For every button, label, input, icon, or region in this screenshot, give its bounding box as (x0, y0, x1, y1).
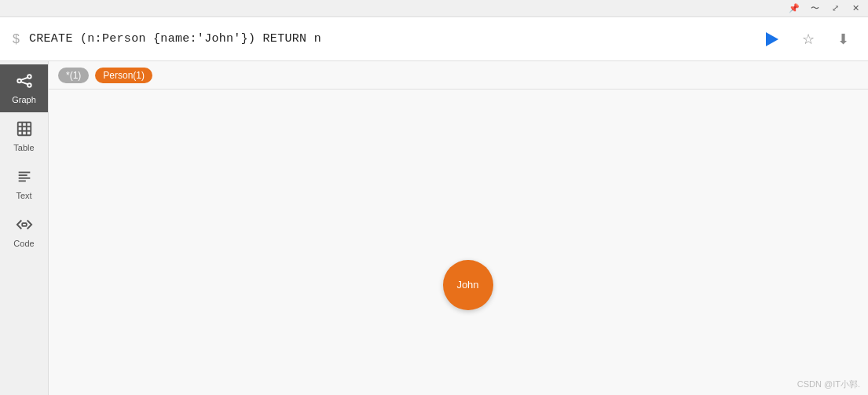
sidebar-item-text[interactable]: Text (0, 160, 48, 208)
query-bar: $ CREATE (n:Person {name:'John'}) RETURN… (0, 17, 868, 61)
collapse-button[interactable]: 〜 (808, 2, 821, 15)
node-john[interactable]: John (443, 260, 493, 310)
text-icon (16, 168, 33, 188)
sidebar-item-table[interactable]: Table (0, 112, 48, 160)
svg-point-2 (27, 83, 31, 87)
svg-rect-5 (17, 123, 31, 136)
svg-line-4 (20, 82, 27, 84)
sidebar-item-code[interactable]: Code (0, 208, 48, 256)
svg-line-3 (20, 78, 27, 80)
graph-icon (16, 72, 33, 92)
expand-button[interactable]: ⤢ (829, 2, 841, 15)
play-icon (766, 32, 778, 46)
download-button[interactable]: ⬇ (830, 27, 855, 52)
sidebar-label-table: Table (13, 143, 34, 152)
tab-person[interactable]: Person(1) (95, 68, 152, 83)
tabs-bar: *(1) Person(1) (49, 61, 868, 90)
watermark: CSDN @IT小郭. (797, 379, 860, 390)
dollar-sign: $ (13, 32, 20, 46)
graph-area: *(1) Person(1) John (49, 61, 868, 395)
sidebar-label-code: Code (13, 239, 34, 248)
close-button[interactable]: ✕ (849, 2, 862, 15)
svg-point-0 (17, 79, 21, 83)
run-button[interactable] (758, 25, 786, 53)
svg-point-1 (27, 75, 31, 79)
sidebar-label-graph: Graph (12, 95, 36, 104)
tab-all[interactable]: *(1) (58, 68, 89, 83)
sidebar-label-text: Text (16, 191, 31, 200)
query-text: CREATE (n:Person {name:'John'}) RETURN n (29, 32, 749, 46)
sidebar: Graph Table (0, 61, 49, 395)
pin-button[interactable]: 📌 (788, 2, 800, 15)
bookmark-button[interactable]: ☆ (796, 27, 821, 52)
code-icon (16, 216, 33, 236)
sidebar-item-graph[interactable]: Graph (0, 64, 48, 112)
svg-rect-14 (22, 223, 27, 226)
window-chrome: 📌 〜 ⤢ ✕ (0, 0, 868, 17)
table-icon (16, 120, 33, 140)
main-layout: Graph Table (0, 61, 868, 395)
